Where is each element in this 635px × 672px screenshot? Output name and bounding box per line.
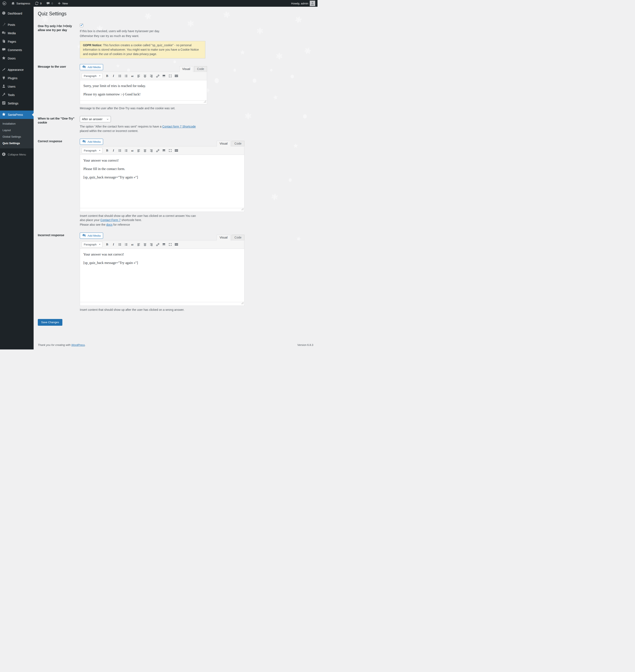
sidebar-item-doors[interactable]: Doors bbox=[0, 54, 34, 63]
sidebar-item-dashboard[interactable]: Dashboard bbox=[0, 9, 34, 18]
more-tag-button[interactable] bbox=[161, 74, 167, 79]
contact-form-7-shortcode-link[interactable]: Contact form 7 Shortcode bbox=[162, 125, 196, 128]
blockquote-button[interactable]: “ bbox=[130, 148, 135, 153]
message-editor: Add Media Visual Code Paragraph bbox=[80, 64, 207, 104]
sidebar-item-pages[interactable]: Pages bbox=[0, 37, 34, 46]
sidebar-item-plugins[interactable]: Plugins bbox=[0, 74, 34, 82]
code-tab[interactable]: Code bbox=[194, 66, 207, 72]
updates-menu[interactable]: 9 bbox=[32, 0, 44, 7]
bulleted-list-button[interactable] bbox=[117, 148, 123, 153]
submenu-item-global-settings[interactable]: Global Settings bbox=[0, 133, 34, 140]
add-media-button[interactable]: Add Media bbox=[80, 233, 103, 239]
footer-thanks: Thank you for creating with WordPress. bbox=[38, 343, 86, 346]
add-media-button[interactable]: Add Media bbox=[80, 64, 103, 70]
fullscreen-button[interactable] bbox=[167, 148, 173, 153]
paragraph-dropdown[interactable]: Paragraph bbox=[82, 73, 103, 79]
numbered-list-button[interactable] bbox=[123, 242, 129, 247]
bold-icon: B bbox=[106, 149, 108, 152]
footer-version: Version 6.8.3 bbox=[297, 343, 313, 346]
save-changes-button[interactable]: Save Changes bbox=[38, 319, 62, 326]
fullscreen-icon bbox=[169, 74, 172, 78]
sidebar-item-settings[interactable]: Settings bbox=[0, 99, 34, 108]
more-tag-button[interactable] bbox=[161, 242, 167, 247]
sidebar-item-santapress[interactable]: SantaPress bbox=[0, 110, 34, 119]
keyboard-button[interactable] bbox=[174, 74, 179, 79]
visual-tab[interactable]: Visual bbox=[217, 235, 231, 240]
code-tab[interactable]: Code bbox=[232, 141, 244, 146]
message-editor-content[interactable]: Sorry, your limit of tries is reached fo… bbox=[80, 80, 207, 101]
align-left-button[interactable] bbox=[136, 74, 141, 79]
numbered-list-button[interactable] bbox=[123, 74, 129, 79]
wordpress-logo-menu[interactable] bbox=[0, 0, 9, 7]
paragraph-dropdown[interactable]: Paragraph bbox=[82, 148, 103, 153]
sidebar-item-comments[interactable]: Comments bbox=[0, 46, 34, 54]
paragraph-dropdown[interactable]: Paragraph bbox=[82, 241, 103, 247]
one-try-checkbox[interactable] bbox=[80, 23, 83, 27]
align-left-button[interactable] bbox=[136, 242, 141, 247]
keyboard-button[interactable] bbox=[174, 148, 179, 153]
sidebar-item-media[interactable]: Media bbox=[0, 29, 34, 37]
align-left-button[interactable] bbox=[136, 148, 141, 153]
link-button[interactable] bbox=[155, 148, 160, 153]
keyboard-button[interactable] bbox=[174, 242, 179, 247]
resize-grip-icon[interactable] bbox=[241, 208, 244, 211]
incorrect-editor-description: Insert content that should show up after… bbox=[80, 308, 313, 312]
fullscreen-icon bbox=[169, 243, 172, 246]
submenu-item-installation[interactable]: Installation bbox=[0, 120, 34, 127]
submenu-item-layout[interactable]: Layout bbox=[0, 127, 34, 133]
align-right-button[interactable] bbox=[149, 148, 154, 153]
wordpress-link[interactable]: WordPress bbox=[71, 343, 85, 346]
appearance-icon bbox=[2, 67, 6, 72]
blockquote-button[interactable]: “ bbox=[130, 242, 135, 247]
align-right-button[interactable] bbox=[149, 74, 154, 79]
more-tag-icon bbox=[162, 149, 166, 152]
account-menu[interactable]: Howdy, admin bbox=[289, 0, 318, 7]
correct-editor-content[interactable]: Your answer was correct! Please fill in … bbox=[80, 155, 244, 208]
incorrect-editor-content[interactable]: Your answer was not correct! [sp_quiz_ba… bbox=[80, 249, 244, 302]
sidebar-item-users[interactable]: Users bbox=[0, 82, 34, 91]
visual-tab[interactable]: Visual bbox=[217, 141, 231, 146]
align-right-button[interactable] bbox=[149, 242, 154, 247]
align-center-button[interactable] bbox=[142, 74, 148, 79]
bulleted-list-button[interactable] bbox=[117, 74, 123, 79]
resize-grip-icon[interactable] bbox=[241, 302, 244, 305]
contact-form-7-link[interactable]: Contact Form 7 bbox=[101, 218, 121, 222]
numbered-list-icon bbox=[124, 243, 128, 246]
submenu-item-quiz-settings[interactable]: Quiz Settings bbox=[0, 140, 34, 146]
numbered-list-button[interactable] bbox=[123, 148, 129, 153]
pages-icon bbox=[2, 39, 6, 44]
fullscreen-button[interactable] bbox=[167, 74, 173, 79]
code-tab[interactable]: Code bbox=[232, 235, 244, 240]
one-try-cookie-select[interactable]: After an answer bbox=[80, 116, 111, 122]
plus-icon bbox=[58, 2, 61, 5]
add-media-icon bbox=[82, 65, 86, 69]
correct-editor-docs-line: Please also see the docs for reference bbox=[80, 223, 200, 227]
new-content-menu[interactable]: New bbox=[55, 0, 70, 7]
bold-button[interactable]: B bbox=[104, 148, 110, 153]
collapse-menu-button[interactable]: Collapse Menu bbox=[0, 150, 34, 159]
visual-tab[interactable]: Visual bbox=[179, 66, 193, 72]
resize-grip-icon[interactable] bbox=[204, 101, 206, 104]
blockquote-button[interactable]: “ bbox=[130, 74, 135, 79]
bold-button[interactable]: B bbox=[104, 242, 110, 247]
bold-button[interactable]: B bbox=[104, 74, 110, 79]
link-button[interactable] bbox=[155, 74, 160, 79]
bulleted-list-button[interactable] bbox=[117, 242, 123, 247]
comments-menu[interactable]: 0 bbox=[44, 0, 55, 7]
italic-button[interactable]: I bbox=[111, 242, 116, 247]
sidebar-item-appearance[interactable]: Appearance bbox=[0, 66, 34, 74]
sidebar-item-posts[interactable]: Posts bbox=[0, 21, 34, 29]
align-center-button[interactable] bbox=[142, 148, 148, 153]
italic-button[interactable]: I bbox=[111, 148, 116, 153]
more-tag-button[interactable] bbox=[161, 148, 167, 153]
site-name-menu[interactable]: Santapress bbox=[9, 0, 32, 7]
docs-link[interactable]: docs bbox=[106, 223, 113, 226]
editor-paragraph: Your answer was not correct! bbox=[83, 252, 241, 257]
users-icon bbox=[2, 84, 6, 89]
align-center-button[interactable] bbox=[142, 242, 148, 247]
italic-button[interactable]: I bbox=[111, 74, 116, 79]
link-button[interactable] bbox=[155, 242, 160, 247]
add-media-button[interactable]: Add Media bbox=[80, 139, 103, 145]
sidebar-item-tools[interactable]: Tools bbox=[0, 91, 34, 99]
fullscreen-button[interactable] bbox=[167, 242, 173, 247]
